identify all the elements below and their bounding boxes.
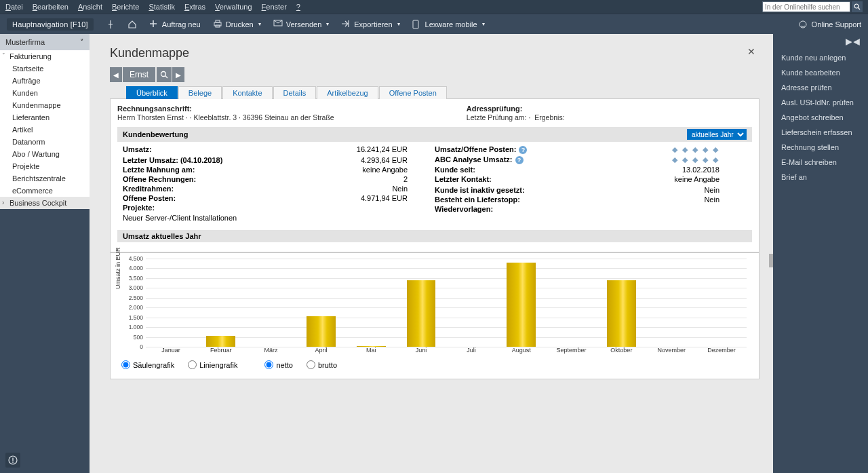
nav-item-startseite[interactable]: Startseite <box>0 62 90 75</box>
menu-fenster[interactable]: Fenster <box>262 3 287 11</box>
billing-address: Herrn Thorsten Ernst · · Kleeblattstr. 3… <box>117 113 454 121</box>
sidebar-right: ⯈⯇ Kunde neu anlegenKunde bearbeitenAdre… <box>773 34 868 473</box>
nav-business-cockpit[interactable]: Business Cockpit <box>0 197 90 209</box>
tab-berblick[interactable]: Überblick <box>126 86 178 99</box>
action-kunde-bearbeiten[interactable]: Kunde bearbeiten <box>773 65 868 80</box>
new-order-button[interactable]: Auftrag neu <box>149 20 201 29</box>
action-ausl--ust-idnr--pr-fen[interactable]: Ausl. USt-IdNr. prüfen <box>773 95 868 110</box>
next-customer-button[interactable]: ▶ <box>172 67 184 82</box>
send-label: Versenden <box>286 20 322 29</box>
lexware-mobile-label: Lexware mobile <box>425 20 477 29</box>
menu-statistik[interactable]: Statistik <box>149 3 175 11</box>
kv-row: Offene Rechnungen:2 <box>123 174 435 184</box>
pin-icon[interactable]: ⯈⯇ <box>845 38 861 48</box>
chart-bar <box>346 259 396 347</box>
action-adresse-pr-fen[interactable]: Adresse prüfen <box>773 80 868 95</box>
menu-ansicht[interactable]: Ansicht <box>78 3 102 11</box>
chart-bar <box>396 259 446 347</box>
nav-item-projekte[interactable]: Projekte <box>0 160 90 172</box>
kv-row: Letzte Mahnung am:keine Angabe <box>123 165 435 174</box>
radio-bar[interactable]: Säulengrafik <box>121 360 174 369</box>
action-angebot-schreiben[interactable]: Angebot schreiben <box>773 110 868 125</box>
menu-berichte[interactable]: Berichte <box>112 3 139 11</box>
nav-item-lieferanten[interactable]: Lieferanten <box>0 111 90 124</box>
svg-point-11 <box>161 72 166 77</box>
chart-bar <box>646 259 696 347</box>
chevron-down-icon: ˅ <box>80 38 84 47</box>
tab-belege[interactable]: Belege <box>178 86 222 99</box>
nav-item-artikel[interactable]: Artikel <box>0 124 90 136</box>
help-search-go-icon[interactable] <box>852 1 863 12</box>
section-kundenbewertung: Kundenbewertung aktuelles Jahr <box>117 127 752 142</box>
home-button[interactable] <box>127 20 137 29</box>
chart-bar <box>296 259 346 347</box>
tabs: ÜberblickBelegeKontakteDetailsArtikelbez… <box>126 86 760 99</box>
lexware-mobile-button[interactable]: Lexware mobile▾ <box>412 20 485 29</box>
action-e-mail-schreiben[interactable]: E-Mail schreiben <box>773 155 868 170</box>
kv-row: Umsatz/Offene Posten:?◆ ◆ ◆ ◆ ◆ <box>435 145 747 155</box>
chart-options: Säulengrafik Liniengrafik netto brutto <box>116 360 753 369</box>
send-button[interactable]: Versenden▾ <box>273 20 330 29</box>
online-support-label: Online Support <box>812 20 861 29</box>
chart-bar <box>146 259 196 347</box>
section-umsatz: Umsatz aktuelles Jahr <box>117 230 752 242</box>
kv-row: Besteht ein Lieferstopp:Nein <box>435 195 747 204</box>
kv-row: Umsatz:16.241,24 EUR <box>123 145 435 154</box>
pin-icon[interactable] <box>106 20 115 29</box>
svg-rect-3 <box>216 20 220 22</box>
revenue-chart: Umsatz in EUR 05001.0001.5002.0002.5003.… <box>146 259 747 347</box>
action-brief-an[interactable]: Brief an <box>773 170 868 185</box>
print-button[interactable]: Drucken▾ <box>213 20 261 29</box>
online-support-button[interactable]: Online Support <box>798 20 861 29</box>
toolbar: Hauptnavigation [F10] Auftrag neu Drucke… <box>0 14 868 34</box>
help-search-input[interactable] <box>762 1 850 12</box>
menu-verwaltung[interactable]: Verwaltung <box>215 3 252 11</box>
tab-details[interactable]: Details <box>273 86 317 99</box>
radio-netto[interactable]: netto <box>264 360 292 369</box>
kv-row: Letzter Kontakt:keine Angabe <box>435 174 747 184</box>
action-kunde-neu-anlegen[interactable]: Kunde neu anlegen <box>773 50 868 65</box>
print-label: Drucken <box>226 20 254 29</box>
customer-search-icon[interactable] <box>157 67 172 82</box>
nav-item-kunden[interactable]: Kunden <box>0 87 90 99</box>
kv-row: Projekte: <box>123 203 435 212</box>
menu-extras[interactable]: Extras <box>184 3 205 11</box>
menu-datei[interactable]: Datei <box>5 3 23 11</box>
info-icon[interactable]: ? <box>519 146 527 154</box>
alert-icon[interactable] <box>5 453 20 468</box>
kv-row: Kunde seit:13.02.2018 <box>435 165 747 174</box>
kv-row: Kunde ist inaktiv gesetzt:Nein <box>435 185 747 195</box>
kv-row: ABC Analyse Umsatz:?◆ ◆ ◆ ◆ ◆ <box>435 155 747 165</box>
action-rechnung-stellen[interactable]: Rechnung stellen <box>773 140 868 155</box>
nav-fakturierung[interactable]: Fakturierung <box>0 50 90 62</box>
help-search <box>762 1 863 12</box>
tab-kontakte[interactable]: Kontakte <box>222 86 272 99</box>
menu-?[interactable]: ? <box>296 3 300 11</box>
nav-item-berichtszentrale[interactable]: Berichtszentrale <box>0 172 90 185</box>
close-icon[interactable]: ✕ <box>747 46 755 57</box>
info-icon[interactable]: ? <box>515 156 524 164</box>
chart-bar <box>596 259 646 347</box>
overview-panel: Rechnungsanschrift: Herrn Thorsten Ernst… <box>110 98 760 252</box>
radio-brutto[interactable]: brutto <box>307 360 337 369</box>
tab-offeneposten[interactable]: Offene Posten <box>379 86 447 99</box>
nav-item-auftrge[interactable]: Aufträge <box>0 75 90 87</box>
svg-line-12 <box>165 76 167 78</box>
export-button[interactable]: Exportieren▾ <box>341 20 399 29</box>
chart-bar <box>196 259 246 347</box>
radio-line[interactable]: Liniengrafik <box>188 360 237 369</box>
nav-item-kundenmappe[interactable]: Kundenmappe <box>0 99 90 111</box>
prev-customer-button[interactable]: ◀ <box>110 67 122 82</box>
year-select[interactable]: aktuelles Jahr <box>687 129 747 140</box>
nav-item-datanorm[interactable]: Datanorm <box>0 136 90 148</box>
projekte-text: Neuer Server-/Client Installationen <box>117 214 752 225</box>
hauptnav-button[interactable]: Hauptnavigation [F10] <box>7 18 94 31</box>
menu-bearbeiten[interactable]: Bearbeiten <box>33 3 68 11</box>
nav-item-abowartung[interactable]: Abo / Wartung <box>0 148 90 160</box>
nav-item-ecommerce[interactable]: eCommerce <box>0 185 90 197</box>
tab-artikelbezug[interactable]: Artikelbezug <box>317 86 378 99</box>
new-order-label: Auftrag neu <box>162 20 201 29</box>
action-lieferschein-erfassen[interactable]: Lieferschein erfassen <box>773 125 868 140</box>
export-label: Exportieren <box>354 20 392 29</box>
company-selector[interactable]: Musterfirma ˅ <box>0 34 90 50</box>
